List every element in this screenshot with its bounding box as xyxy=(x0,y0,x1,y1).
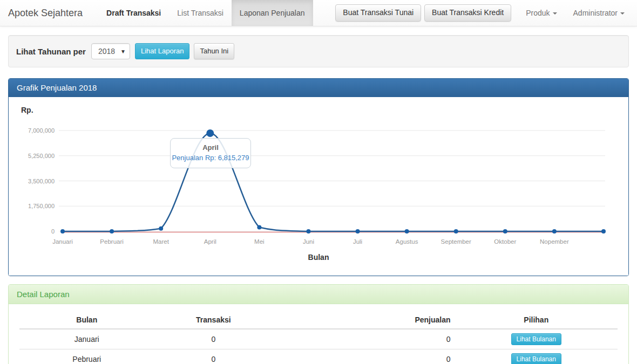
caret-down-icon xyxy=(620,12,625,15)
administrator-dropdown[interactable]: Administrator xyxy=(565,0,633,26)
y-axis-unit-label: Rp. xyxy=(21,106,33,114)
cell-penjualan: 0 xyxy=(273,329,455,349)
svg-text:September: September xyxy=(441,238,471,245)
caret-down-icon xyxy=(553,12,557,15)
col-header-bulan: Bulan xyxy=(19,311,154,329)
administrator-dropdown-label: Administrator xyxy=(573,9,618,17)
cell-bulan: Januari xyxy=(19,329,154,349)
filter-label: Lihat Tahunan per xyxy=(16,47,86,56)
nav-laporan-penjualan[interactable]: Laponan Penjualan xyxy=(232,0,313,26)
col-header-penjualan: Penjualan xyxy=(273,311,455,329)
detail-panel: Detail Laporan Bulan Transaksi Penjualan… xyxy=(8,284,629,364)
lihat-laporan-button[interactable]: Lihat Laporan xyxy=(135,43,190,59)
navbar: Apotek Sejahtera Draft Transaksi List Tr… xyxy=(0,0,637,26)
cell-pilihan: Lihat Bulanan xyxy=(455,349,618,364)
filter-bar: Lihat Tahunan per 2018 ▼ Lihat Laporan T… xyxy=(8,35,629,67)
report-table: Bulan Transaksi Penjualan Pilihan Januar… xyxy=(19,311,618,364)
chart-panel: Grafik Penjualan 2018 7,000,0005,250,000… xyxy=(8,78,629,276)
svg-text:April: April xyxy=(204,238,216,245)
chart-tooltip: April Penjualan Rp: 6,815,279 xyxy=(170,138,251,168)
col-header-transaksi: Transaksi xyxy=(154,311,273,329)
svg-text:Pebruari: Pebruari xyxy=(100,238,123,245)
nav-draft-transaksi[interactable]: Draft Transaksi xyxy=(98,0,169,26)
svg-text:0: 0 xyxy=(51,228,55,235)
nav-list-transaksi[interactable]: List Transaksi xyxy=(169,0,232,26)
table-row: Januari00Lihat Bulanan xyxy=(19,329,618,349)
tooltip-title: April xyxy=(171,143,250,152)
svg-text:Juni: Juni xyxy=(303,238,314,245)
produk-dropdown-label: Produk xyxy=(526,9,550,17)
cell-transaksi: 0 xyxy=(154,349,273,364)
detail-panel-title: Detail Laporan xyxy=(9,285,628,304)
app-brand[interactable]: Apotek Sejahtera xyxy=(0,0,91,26)
lihat-bulanan-button[interactable]: Lihat Bulanan xyxy=(511,353,561,364)
svg-text:Agustus: Agustus xyxy=(396,238,418,245)
buat-transaksi-tunai-button[interactable]: Buat Transaksi Tunai xyxy=(335,4,421,22)
svg-text:Oktober: Oktober xyxy=(494,238,516,245)
report-table-body: Januari00Lihat BulananPebruari00Lihat Bu… xyxy=(19,329,618,364)
navbar-right: Buat Transaksi Tunai Buat Transaksi Kred… xyxy=(335,0,637,26)
lihat-bulanan-button[interactable]: Lihat Bulanan xyxy=(511,333,561,345)
year-select[interactable]: 2018 ▼ xyxy=(91,43,130,59)
svg-text:Januari: Januari xyxy=(52,238,73,245)
cell-transaksi: 0 xyxy=(154,329,273,349)
svg-text:3,500,000: 3,500,000 xyxy=(28,178,55,184)
produk-dropdown[interactable]: Produk xyxy=(518,0,565,26)
svg-text:5,250,000: 5,250,000 xyxy=(28,153,55,159)
svg-text:Juli: Juli xyxy=(353,238,362,245)
tahun-ini-button[interactable]: Tahun Ini xyxy=(194,43,234,59)
chart-panel-title: Grafik Penjualan 2018 xyxy=(9,79,628,97)
chart-area: 7,000,0005,250,0003,500,0001,750,0000Jan… xyxy=(9,97,628,276)
table-header-row: Bulan Transaksi Penjualan Pilihan xyxy=(19,311,618,329)
buat-transaksi-kredit-button[interactable]: Buat Transaksi Kredit xyxy=(424,4,511,22)
cell-bulan: Pebruari xyxy=(19,349,154,364)
x-axis-title: Bulan xyxy=(9,253,628,262)
svg-text:Mei: Mei xyxy=(254,238,265,245)
tooltip-value: Penjualan Rp: 6,815,279 xyxy=(171,154,250,162)
svg-text:Maret: Maret xyxy=(153,238,169,245)
year-select-value: 2018 xyxy=(98,47,115,56)
svg-text:Nopember: Nopember xyxy=(540,238,569,245)
cell-penjualan: 0 xyxy=(273,349,455,364)
table-row: Pebruari00Lihat Bulanan xyxy=(19,349,618,364)
sales-line-chart[interactable]: 7,000,0005,250,0003,500,0001,750,0000Jan… xyxy=(9,97,629,276)
svg-text:7,000,000: 7,000,000 xyxy=(28,127,55,134)
select-arrow-icon: ▼ xyxy=(120,49,126,54)
detail-table-wrap: Bulan Transaksi Penjualan Pilihan Januar… xyxy=(9,304,628,364)
cell-pilihan: Lihat Bulanan xyxy=(455,329,618,349)
col-header-pilihan: Pilihan xyxy=(455,311,618,329)
svg-text:1,750,000: 1,750,000 xyxy=(28,203,55,209)
